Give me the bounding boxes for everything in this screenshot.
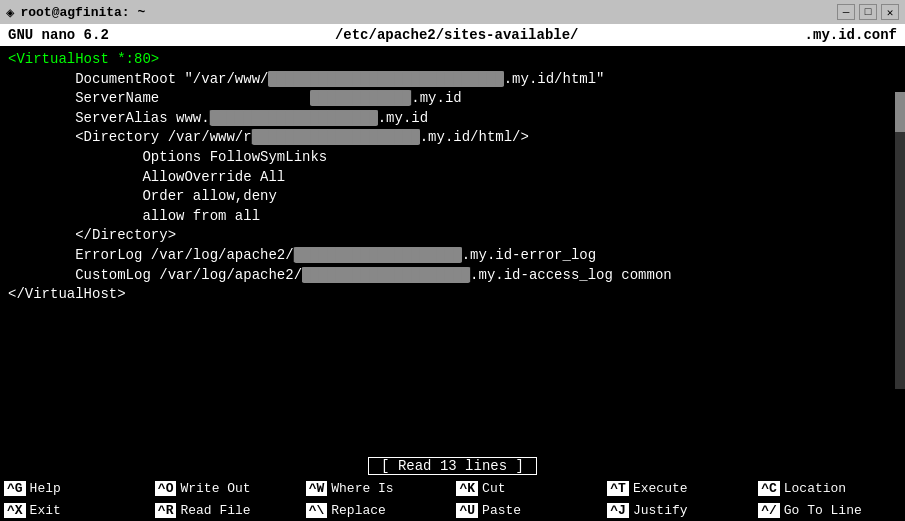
- shortcut-key-write-out: ^O: [155, 481, 177, 496]
- shortcut-write-out: ^O Write Out: [151, 477, 302, 499]
- editor-line-5: <Directory /var/www/r███████████████████…: [8, 128, 897, 148]
- scrollbar-thumb[interactable]: [895, 92, 905, 132]
- shortcut-label-cut: Cut: [482, 481, 505, 496]
- editor-line-1: <VirtualHost *:80>: [8, 50, 897, 70]
- shortcut-key-exit: ^X: [4, 503, 26, 518]
- shortcut-label-execute: Execute: [633, 481, 688, 496]
- shortcut-location: ^C Location: [754, 477, 905, 499]
- shortcut-exit: ^X Exit: [0, 499, 151, 521]
- shortcut-key-where-is: ^W: [306, 481, 328, 496]
- shortcut-replace: ^\ Replace: [302, 499, 453, 521]
- shortcut-where-is: ^W Where Is: [302, 477, 453, 499]
- maximize-button[interactable]: □: [859, 4, 877, 20]
- shortcut-label-paste: Paste: [482, 503, 521, 518]
- editor-line-7: AllowOverride All: [8, 168, 897, 188]
- shortcut-label-where-is: Where Is: [331, 481, 393, 496]
- window-title: root@agfinita: ~: [20, 5, 145, 20]
- editor-line-11: ErrorLog /var/log/apache2/██████████████…: [8, 246, 897, 266]
- editor-line-8: Order allow,deny: [8, 187, 897, 207]
- status-bar: [ Read 13 lines ]: [0, 455, 905, 477]
- shortcut-label-read-file: Read File: [180, 503, 250, 518]
- shortcut-key-help: ^G: [4, 481, 26, 496]
- shortcut-label-go-to-line: Go To Line: [784, 503, 862, 518]
- title-bar-left: ◈ root@agfinita: ~: [6, 4, 145, 21]
- footer-shortcuts: ^G Help ^X Exit ^O Write Out ^R Read Fil…: [0, 477, 905, 521]
- scrollbar[interactable]: [895, 92, 905, 389]
- shortcut-justify: ^J Justify: [603, 499, 754, 521]
- title-bar: ◈ root@agfinita: ~ — □ ✕: [0, 0, 905, 24]
- shortcut-label-write-out: Write Out: [180, 481, 250, 496]
- shortcut-key-cut: ^K: [456, 481, 478, 496]
- editor-line-2: DocumentRoot "/var/www/█████████████████…: [8, 70, 897, 90]
- shortcut-key-go-to-line: ^/: [758, 503, 780, 518]
- file-path: /etc/apache2/sites-available/: [109, 27, 805, 43]
- footer-col-6: ^C Location ^/ Go To Line: [754, 477, 905, 521]
- editor-area[interactable]: <VirtualHost *:80> DocumentRoot "/var/ww…: [0, 46, 905, 455]
- title-bar-controls: — □ ✕: [837, 4, 899, 20]
- editor-line-10: </Directory>: [8, 226, 897, 246]
- editor-line-6: Options FollowSymLinks: [8, 148, 897, 168]
- footer-col-5: ^T Execute ^J Justify: [603, 477, 754, 521]
- editor-line-13: </VirtualHost>: [8, 285, 897, 305]
- shortcut-label-justify: Justify: [633, 503, 688, 518]
- close-button[interactable]: ✕: [881, 4, 899, 20]
- shortcut-label-help: Help: [30, 481, 61, 496]
- footer-col-2: ^O Write Out ^R Read File: [151, 477, 302, 521]
- shortcut-label-location: Location: [784, 481, 846, 496]
- app-icon: ◈: [6, 4, 14, 21]
- shortcut-key-justify: ^J: [607, 503, 629, 518]
- editor-line-12: CustomLog /var/log/apache2/█████████████…: [8, 266, 897, 286]
- status-message: [ Read 13 lines ]: [368, 457, 537, 475]
- shortcut-execute: ^T Execute: [603, 477, 754, 499]
- file-name: .my.id.conf: [805, 27, 897, 43]
- shortcut-key-read-file: ^R: [155, 503, 177, 518]
- shortcut-key-paste: ^U: [456, 503, 478, 518]
- shortcut-key-replace: ^\: [306, 503, 328, 518]
- nano-version: GNU nano 6.2: [8, 27, 109, 43]
- editor-line-9: allow from all: [8, 207, 897, 227]
- footer-col-4: ^K Cut ^U Paste: [452, 477, 603, 521]
- shortcut-label-replace: Replace: [331, 503, 386, 518]
- shortcut-help: ^G Help: [0, 477, 151, 499]
- editor-line-3: ServerName ████████████.my.id: [8, 89, 897, 109]
- shortcut-read-file: ^R Read File: [151, 499, 302, 521]
- footer-col-1: ^G Help ^X Exit: [0, 477, 151, 521]
- editor-line-4: ServerAlias www.████████████████████.my.…: [8, 109, 897, 129]
- shortcut-label-exit: Exit: [30, 503, 61, 518]
- shortcut-go-to-line: ^/ Go To Line: [754, 499, 905, 521]
- shortcut-cut: ^K Cut: [452, 477, 603, 499]
- shortcut-paste: ^U Paste: [452, 499, 603, 521]
- minimize-button[interactable]: —: [837, 4, 855, 20]
- shortcut-key-execute: ^T: [607, 481, 629, 496]
- shortcut-key-location: ^C: [758, 481, 780, 496]
- footer-col-3: ^W Where Is ^\ Replace: [302, 477, 453, 521]
- nano-header: GNU nano 6.2 /etc/apache2/sites-availabl…: [0, 24, 905, 46]
